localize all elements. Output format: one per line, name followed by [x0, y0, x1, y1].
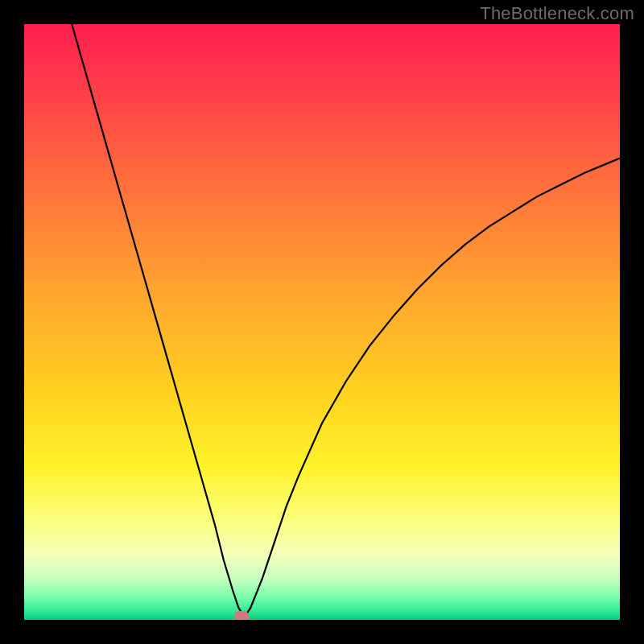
- plot-area: [24, 24, 620, 620]
- optimum-marker: [234, 611, 249, 620]
- watermark-text: TheBottleneck.com: [480, 3, 634, 24]
- chart-frame: TheBottleneck.com: [0, 0, 644, 644]
- curve-path: [72, 24, 620, 617]
- bottleneck-curve: [24, 24, 620, 620]
